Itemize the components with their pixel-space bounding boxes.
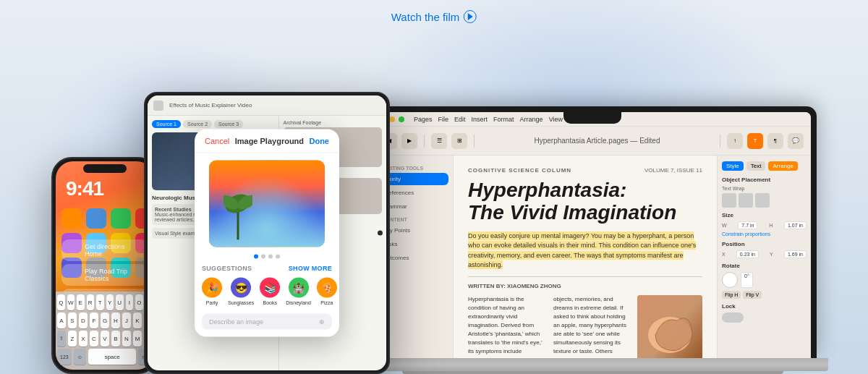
key-f[interactable]: F	[90, 313, 98, 328]
key-r[interactable]: R	[87, 294, 95, 310]
key-g[interactable]: G	[101, 313, 109, 328]
iphone-notch	[83, 164, 127, 173]
app-icon[interactable]	[86, 208, 106, 229]
ipad-tab-3[interactable]: Source 3	[214, 120, 243, 128]
right-panel-text-tab[interactable]: Text	[746, 161, 766, 171]
key-s[interactable]: S	[68, 313, 77, 328]
ipad-camera	[378, 231, 383, 236]
siri-suggestion-icon	[67, 268, 80, 281]
right-panel-rotate: Rotate	[722, 263, 807, 269]
key-y[interactable]: Y	[106, 294, 114, 310]
key-x[interactable]: X	[79, 331, 88, 347]
app-row-1	[61, 208, 148, 229]
flip-h-button[interactable]: Flip H	[722, 291, 741, 299]
key-b[interactable]: B	[111, 331, 120, 347]
popup-header: Cancel Image Playground Done	[195, 129, 339, 153]
suggestion-chip-pizza[interactable]: 🍕 Pizza	[317, 278, 337, 305]
ipad-tab-2[interactable]: Source 2	[183, 120, 212, 128]
key-space[interactable]: space	[88, 349, 136, 365]
mac-menu-format[interactable]: Format	[493, 116, 514, 123]
right-panel-label-h: H	[769, 223, 773, 228]
chip-icon-sunglasses: 😎	[231, 278, 251, 298]
key-z[interactable]: Z	[68, 331, 77, 347]
key-d[interactable]: D	[79, 313, 88, 328]
right-panel-value-h[interactable]: 1.07 in	[784, 221, 807, 229]
mac-toolbar-text[interactable]: T	[747, 133, 763, 149]
popup-dot-1	[254, 255, 258, 259]
chip-label-books: Books	[263, 300, 276, 305]
suggestion-chip-books[interactable]: 📚 Books	[260, 278, 280, 305]
mac-toolbar-zoom[interactable]: ⊞	[451, 133, 467, 149]
key-e[interactable]: E	[77, 294, 85, 310]
key-t[interactable]: T	[96, 294, 104, 310]
mac-toolbar-comment[interactable]: 💬	[788, 133, 804, 149]
mac-menu-file[interactable]: File	[438, 116, 449, 123]
mac-menu-pages[interactable]: Pages	[414, 116, 433, 123]
flip-v-button[interactable]: Flip V	[743, 291, 762, 299]
right-panel-value-w[interactable]: 7.7 in	[738, 221, 757, 229]
key-shift[interactable]: ⇧	[57, 331, 66, 347]
right-panel-style-tab[interactable]: Style	[722, 161, 744, 171]
rotate-dial[interactable]	[722, 272, 738, 288]
macbook-notch	[563, 112, 621, 124]
mac-menu-arrange[interactable]: Arrange	[520, 116, 543, 123]
mac-menu-edit[interactable]: Edit	[454, 116, 466, 123]
key-n[interactable]: N	[122, 331, 131, 347]
popup-cancel-button[interactable]: Cancel	[205, 137, 229, 145]
popup-done-button[interactable]: Done	[309, 137, 329, 145]
popup-describe-input[interactable]: Describe an image ⊕	[202, 314, 332, 330]
ipad-screen: Effects of Music Explainer Video Source …	[148, 95, 386, 370]
mac-toolbar-view[interactable]: ☰	[431, 133, 447, 149]
key-a[interactable]: A	[57, 313, 66, 328]
key-123[interactable]: 123	[57, 349, 72, 365]
app-icon[interactable]	[61, 208, 82, 229]
key-c[interactable]: C	[90, 331, 98, 347]
right-panel-row-1: Text Wrap	[722, 186, 807, 191]
chip-icon-party: 🎉	[202, 278, 222, 298]
key-i[interactable]: I	[126, 294, 134, 310]
watch-film-link[interactable]: Watch the film	[391, 10, 477, 23]
article-top-row: COGNITIVE SCIENCE COLUMN VOLUME 7, ISSUE…	[468, 167, 702, 177]
lock-toggle[interactable]	[722, 313, 744, 323]
mac-toolbar-format[interactable]: ¶	[767, 133, 783, 149]
key-j[interactable]: J	[122, 313, 131, 328]
right-panel-angle[interactable]: 0°	[741, 272, 753, 288]
key-v[interactable]: V	[101, 331, 109, 347]
app-icon[interactable]	[111, 208, 131, 229]
mac-sidebar-section-2: Content	[383, 217, 448, 222]
show-more-button[interactable]: SHOW MORE	[289, 265, 332, 272]
mac-toolbar-share[interactable]: ↑	[727, 133, 743, 149]
mac-fullscreen-button[interactable]	[399, 116, 404, 122]
key-k[interactable]: K	[133, 313, 142, 328]
siri-suggestion[interactable]: Play Road Trip Classics	[61, 264, 148, 286]
mac-toolbar-btn-2[interactable]: ▶	[401, 133, 417, 149]
key-h[interactable]: H	[111, 313, 120, 328]
right-panel-arrange-tab[interactable]: Arrange	[768, 161, 797, 171]
suggestion-chip-party[interactable]: 🎉 Party	[202, 278, 222, 305]
mac-minimize-button[interactable]	[389, 116, 395, 122]
mac-menu-view[interactable]: View	[549, 116, 563, 123]
wrap-around-icon[interactable]	[739, 193, 753, 208]
right-panel-value-x[interactable]: 0.23 in	[736, 250, 759, 258]
right-panel-pos-row: X 0.23 in Y 1.69 in	[722, 250, 807, 258]
key-o[interactable]: O	[135, 294, 143, 310]
key-emoji[interactable]: ☺	[74, 349, 86, 365]
suggestion-chip-sunglasses[interactable]: 😎 Sunglasses	[228, 278, 254, 305]
ipad-tabs: Source 1 Source 2 Source 3	[152, 120, 274, 128]
key-w[interactable]: W	[67, 294, 75, 310]
mac-content-area: Writing Tools Priority Preferences Gramm…	[374, 156, 811, 358]
right-panel-value-y[interactable]: 1.69 in	[784, 250, 807, 258]
wrap-above-icon[interactable]	[755, 193, 770, 208]
play-circle-icon	[464, 10, 477, 23]
ipad-tab-1[interactable]: Source 1	[152, 120, 181, 128]
siri-suggestion-icon	[67, 244, 80, 257]
suggestion-chip-disneyland[interactable]: 🏰 Disneyland	[286, 278, 311, 305]
siri-suggestion[interactable]: Get directions Home	[61, 239, 148, 261]
mac-menu-insert[interactable]: Insert	[472, 116, 488, 123]
constrain-proportions[interactable]: Constrain proportions	[722, 231, 807, 237]
wrap-none-icon[interactable]	[722, 193, 736, 208]
popup-dots	[195, 255, 339, 259]
key-m[interactable]: M	[133, 331, 142, 347]
key-q[interactable]: Q	[57, 294, 65, 310]
key-u[interactable]: U	[116, 294, 124, 310]
